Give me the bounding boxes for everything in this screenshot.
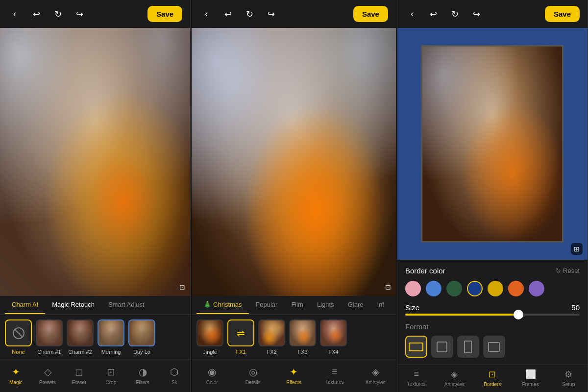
format-custom[interactable]: [483, 336, 505, 358]
tab-film[interactable]: Film: [284, 296, 310, 314]
panel1-nav-bar: ✦ Magic ◇ Presets ◻ Eraser ⊡ Crop ◑ Filt…: [0, 360, 190, 392]
nav2-textures[interactable]: ≡ Textures: [314, 364, 355, 387]
swatch-orange[interactable]: [508, 281, 524, 296]
effect-jingle[interactable]: Jingle: [196, 319, 223, 355]
panel3-save-button[interactable]: Save: [545, 6, 580, 22]
format-tall[interactable]: [457, 336, 479, 358]
nav2-details[interactable]: ◎ Details: [232, 364, 273, 387]
tab-glare[interactable]: Glare: [341, 296, 370, 314]
presets-icon: ◇: [44, 366, 51, 378]
panel3-nav-controls: ‹ ↩ ↻ ↪: [405, 7, 484, 21]
panel2-back-button[interactable]: ‹: [199, 7, 213, 21]
p3-setup-icon: ⚙: [564, 369, 572, 380]
panel2-redo-sync-button[interactable]: ↻: [243, 7, 256, 21]
redo-sync-button[interactable]: ↻: [51, 7, 65, 21]
p3-textures-icon: ≡: [414, 369, 419, 379]
swatch-dark-green[interactable]: [446, 281, 462, 296]
preset-none[interactable]: None: [5, 319, 32, 355]
swatch-yellow[interactable]: [488, 281, 503, 296]
preset-charm1-label: Charm #1: [37, 349, 61, 355]
nav3-frames[interactable]: ⬜ Frames: [512, 369, 550, 387]
format-row: [405, 336, 580, 358]
magic-icon: ✦: [12, 366, 20, 378]
nav2-art-styles[interactable]: ◈ Art styles: [355, 364, 396, 387]
panel3-redo-sync-button[interactable]: ↻: [448, 7, 462, 21]
preset-morning[interactable]: Morning: [98, 319, 124, 355]
panel1-header: ‹ ↩ ↻ ↪ Save: [0, 0, 190, 28]
back-button[interactable]: ‹: [8, 7, 22, 21]
preset-none-thumb: [5, 319, 32, 346]
effect-fx3-thumb: [289, 319, 316, 346]
nav3-art-styles-label: Art styles: [444, 382, 465, 387]
nav2-textures-label: Textures: [325, 379, 344, 385]
swatch-purple[interactable]: [529, 281, 544, 296]
effect-fx1[interactable]: ⇌ FX1: [227, 319, 254, 355]
preset-charm2[interactable]: Charm #2: [67, 319, 94, 355]
panel2-save-button[interactable]: Save: [353, 6, 388, 22]
preset-morning-thumb: [98, 319, 124, 346]
undo-button[interactable]: ↩: [29, 7, 43, 21]
nav-magic[interactable]: ✦ Magic: [0, 364, 32, 387]
swatch-pink[interactable]: [405, 281, 421, 296]
save-button[interactable]: Save: [147, 6, 182, 22]
nav3-setup[interactable]: ⚙ Setup: [549, 369, 588, 387]
format-tall-inner: [464, 341, 472, 353]
nav3-art-styles[interactable]: ◈ Art styles: [436, 369, 474, 387]
preset-morning-label: Morning: [101, 349, 121, 355]
tab-lights[interactable]: Lights: [310, 296, 341, 314]
nav3-textures-label: Textures: [407, 381, 426, 387]
tab-smart-adjust[interactable]: Smart Adjust: [101, 296, 151, 314]
nav-eraser[interactable]: ◻ Eraser: [63, 364, 95, 387]
p3-frames-icon: ⬜: [525, 369, 536, 380]
size-label: Size: [405, 303, 419, 312]
size-slider-container[interactable]: [405, 314, 580, 316]
nav-filters[interactable]: ◑ Filters: [127, 364, 159, 387]
panel2-redo-button[interactable]: ↪: [264, 7, 278, 21]
nav-crop[interactable]: ⊡ Crop: [95, 364, 127, 387]
tab-inf[interactable]: Inf: [370, 296, 391, 314]
tab-magic-retouch[interactable]: Magic Retouch: [45, 296, 101, 314]
preset-daylo[interactable]: Day Lo: [128, 319, 155, 355]
tab-charm-ai[interactable]: Charm AI: [5, 296, 45, 314]
nav3-textures[interactable]: ≡ Textures: [397, 369, 436, 387]
tab-popular[interactable]: Popular: [249, 296, 285, 314]
panel1-face-image: [0, 28, 190, 296]
panel3-undo-button[interactable]: ↩: [427, 7, 441, 21]
tab-christmas[interactable]: 🎄 Christmas: [196, 296, 249, 314]
panel-charm-ai: ‹ ↩ ↻ ↪ Save ⊡ Charm AI Magic Retouch Sm…: [0, 0, 191, 392]
size-row: Size 50: [405, 303, 580, 312]
nav2-color-label: Color: [206, 380, 218, 385]
format-custom-inner: [488, 342, 500, 352]
reset-button[interactable]: ↻ Reset: [556, 267, 580, 274]
swatch-navy[interactable]: [467, 281, 483, 296]
nav-presets[interactable]: ◇ Presets: [32, 364, 64, 387]
nav2-art-styles-label: Art styles: [366, 380, 386, 385]
nav-sk[interactable]: ⬡ Sk: [158, 364, 190, 387]
panel3-back-button[interactable]: ‹: [405, 7, 419, 21]
panel3-redo-button[interactable]: ↪: [470, 7, 484, 21]
effect-fx3[interactable]: FX3: [289, 319, 316, 355]
slider-thumb[interactable]: [514, 310, 523, 319]
panel2-undo-button[interactable]: ↩: [221, 7, 235, 21]
nav2-color[interactable]: ◉ Color: [192, 364, 232, 387]
format-label: Format: [405, 322, 580, 331]
format-wide[interactable]: [405, 336, 427, 358]
effect-fx2[interactable]: FX2: [258, 319, 285, 355]
panel2-image-area: ⊡: [192, 28, 396, 296]
panel1-tabs: Charm AI Magic Retouch Smart Adjust: [0, 296, 190, 315]
swatch-blue[interactable]: [426, 281, 441, 296]
preset-daylo-thumb: [128, 319, 155, 346]
textures-icon: ≡: [332, 366, 338, 377]
effect-fx4[interactable]: FX4: [320, 319, 347, 355]
panel1-image-area: ⊡: [0, 28, 190, 296]
preset-charm2-thumb: [67, 319, 94, 346]
preset-charm1[interactable]: Charm #1: [36, 319, 63, 355]
panel2-size-icon: ⊡: [385, 283, 391, 291]
nav3-borders[interactable]: ⊡ Borders: [473, 369, 512, 387]
format-square-inner: [437, 342, 447, 352]
format-square[interactable]: [431, 336, 453, 358]
compare-icon[interactable]: ⊞: [571, 243, 583, 255]
nav2-effects[interactable]: ✦ Effects: [273, 364, 314, 387]
redo-button[interactable]: ↪: [73, 7, 86, 21]
color-swatches: [405, 281, 580, 296]
